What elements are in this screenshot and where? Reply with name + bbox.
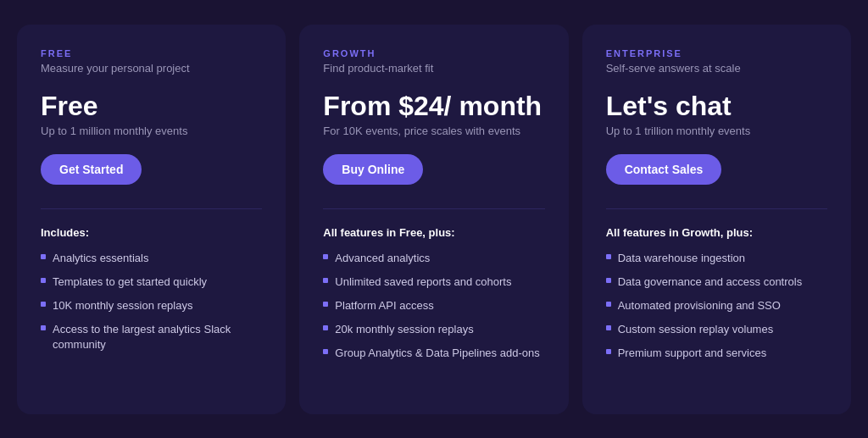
features-list-enterprise: Data warehouse ingestion Data governance… (606, 251, 827, 362)
feature-item: Automated provisioning and SSO (606, 298, 827, 313)
feature-text: 10K monthly session replays (53, 298, 192, 313)
feature-text: Advanced analytics (335, 251, 430, 266)
feature-item: Data governance and access controls (606, 274, 827, 290)
feature-text: Automated provisioning and SSO (618, 298, 781, 313)
plan-price-free: Free (41, 91, 262, 121)
feature-item: Advanced analytics (323, 251, 544, 266)
feature-item: Platform API access (323, 298, 544, 313)
feature-item: Templates to get started quickly (41, 274, 262, 290)
feature-item: 20k monthly session replays (323, 322, 544, 337)
pricing-card-free: FREE Measure your personal project Free … (17, 25, 286, 414)
plan-tagline-enterprise: Self-serve answers at scale (606, 62, 827, 75)
plan-price-note-free: Up to 1 million monthly events (41, 125, 262, 137)
bullet-icon (41, 254, 46, 259)
plan-price-growth: From $24/ month (323, 91, 544, 121)
feature-text: Premium support and services (618, 346, 767, 361)
feature-text: Data governance and access controls (618, 274, 803, 290)
bullet-icon (323, 349, 328, 354)
divider-free (41, 208, 262, 209)
pricing-card-enterprise: ENTERPRISE Self-serve answers at scale L… (582, 25, 851, 414)
feature-item: Data warehouse ingestion (606, 251, 827, 266)
feature-item: Access to the largest analytics Slack co… (41, 322, 262, 352)
feature-text: Access to the largest analytics Slack co… (53, 322, 262, 352)
bullet-icon (41, 278, 46, 283)
plan-price-enterprise: Let's chat (606, 91, 827, 121)
bullet-icon (41, 302, 46, 307)
feature-item: Analytics essentials (41, 251, 262, 266)
feature-item: Premium support and services (606, 346, 827, 361)
feature-text: Data warehouse ingestion (618, 251, 745, 266)
feature-item: 10K monthly session replays (41, 298, 262, 313)
cta-button-enterprise[interactable]: Contact Sales (606, 154, 722, 185)
pricing-container: FREE Measure your personal project Free … (0, 8, 868, 431)
bullet-icon (606, 278, 611, 283)
pricing-card-growth: GROWTH Find product-market fit From $24/… (299, 25, 568, 414)
bullet-icon (41, 325, 46, 330)
plan-tier-growth: GROWTH (323, 48, 544, 58)
bullet-icon (606, 302, 611, 307)
bullet-icon (606, 254, 611, 259)
bullet-icon (323, 278, 328, 283)
bullet-icon (606, 349, 611, 354)
cta-button-growth[interactable]: Buy Online (323, 154, 423, 185)
feature-text: Custom session replay volumes (618, 322, 774, 337)
feature-text: Templates to get started quickly (53, 274, 207, 290)
features-heading-growth: All features in Free, plus: (323, 226, 544, 239)
bullet-icon (323, 254, 328, 259)
plan-tagline-growth: Find product-market fit (323, 62, 544, 75)
bullet-icon (323, 302, 328, 307)
feature-text: 20k monthly session replays (335, 322, 473, 337)
feature-text: Platform API access (335, 298, 433, 313)
feature-item: Group Analytics & Data Pipelines add-ons (323, 346, 544, 361)
feature-item: Unlimited saved reports and cohorts (323, 274, 544, 290)
bullet-icon (323, 325, 328, 330)
plan-price-note-growth: For 10K events, price scales with events (323, 125, 544, 137)
plan-tier-free: FREE (41, 48, 262, 58)
features-heading-enterprise: All features in Growth, plus: (606, 226, 827, 239)
plan-price-note-enterprise: Up to 1 trillion monthly events (606, 125, 827, 137)
features-list-growth: Advanced analytics Unlimited saved repor… (323, 251, 544, 362)
feature-item: Custom session replay volumes (606, 322, 827, 337)
divider-enterprise (606, 208, 827, 209)
feature-text: Group Analytics & Data Pipelines add-ons (335, 346, 539, 361)
plan-tagline-free: Measure your personal project (41, 62, 262, 75)
bullet-icon (606, 325, 611, 330)
cta-button-free[interactable]: Get Started (41, 154, 142, 185)
feature-text: Analytics essentials (53, 251, 148, 266)
features-heading-free: Includes: (41, 226, 262, 239)
feature-text: Unlimited saved reports and cohorts (335, 274, 511, 290)
plan-tier-enterprise: ENTERPRISE (606, 48, 827, 58)
features-list-free: Analytics essentials Templates to get st… (41, 251, 262, 353)
divider-growth (323, 208, 544, 209)
